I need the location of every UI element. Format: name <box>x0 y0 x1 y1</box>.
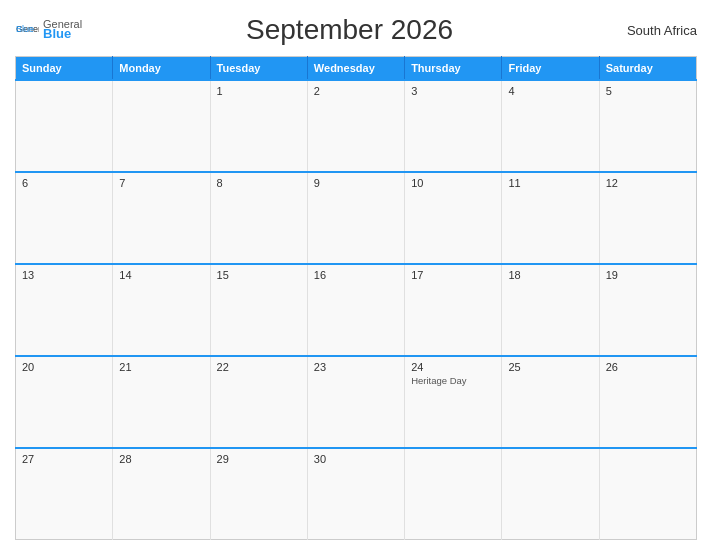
calendar-cell: 9 <box>307 172 404 264</box>
calendar-cell: 25 <box>502 356 599 448</box>
calendar-cell: 7 <box>113 172 210 264</box>
calendar-cell: 2 <box>307 80 404 172</box>
day-number: 30 <box>314 453 398 465</box>
day-number: 25 <box>508 361 592 373</box>
calendar-cell <box>502 448 599 540</box>
col-tuesday: Tuesday <box>210 57 307 81</box>
calendar-header-row: Sunday Monday Tuesday Wednesday Thursday… <box>16 57 697 81</box>
calendar-cell: 27 <box>16 448 113 540</box>
calendar-cell: 16 <box>307 264 404 356</box>
country-label: South Africa <box>617 23 697 38</box>
day-number: 19 <box>606 269 690 281</box>
day-number: 1 <box>217 85 301 97</box>
day-number: 23 <box>314 361 398 373</box>
calendar-cell: 29 <box>210 448 307 540</box>
col-wednesday: Wednesday <box>307 57 404 81</box>
calendar-cell: 14 <box>113 264 210 356</box>
calendar-cell: 15 <box>210 264 307 356</box>
day-number: 2 <box>314 85 398 97</box>
day-number: 7 <box>119 177 203 189</box>
calendar-cell: 18 <box>502 264 599 356</box>
day-number: 4 <box>508 85 592 97</box>
day-number: 11 <box>508 177 592 189</box>
calendar-cell: 4 <box>502 80 599 172</box>
day-number: 28 <box>119 453 203 465</box>
calendar-cell: 8 <box>210 172 307 264</box>
day-number: 21 <box>119 361 203 373</box>
day-number: 22 <box>217 361 301 373</box>
day-number: 9 <box>314 177 398 189</box>
calendar-cell: 28 <box>113 448 210 540</box>
calendar-cell: 12 <box>599 172 696 264</box>
day-number: 12 <box>606 177 690 189</box>
calendar-cell: 17 <box>405 264 502 356</box>
col-saturday: Saturday <box>599 57 696 81</box>
day-number: 18 <box>508 269 592 281</box>
day-number: 16 <box>314 269 398 281</box>
day-number: 13 <box>22 269 106 281</box>
calendar-title: September 2026 <box>82 14 617 46</box>
calendar-cell: 3 <box>405 80 502 172</box>
day-number: 24 <box>411 361 495 373</box>
calendar-cell: 22 <box>210 356 307 448</box>
logo-icon: General Blue <box>15 22 39 38</box>
calendar-cell: 11 <box>502 172 599 264</box>
calendar-cell <box>599 448 696 540</box>
day-number: 20 <box>22 361 106 373</box>
calendar-cell: 6 <box>16 172 113 264</box>
col-friday: Friday <box>502 57 599 81</box>
day-number: 27 <box>22 453 106 465</box>
calendar-week-row: 2021222324Heritage Day2526 <box>16 356 697 448</box>
col-monday: Monday <box>113 57 210 81</box>
calendar-cell: 5 <box>599 80 696 172</box>
calendar-cell <box>16 80 113 172</box>
day-number: 29 <box>217 453 301 465</box>
calendar-cell: 1 <box>210 80 307 172</box>
event-label: Heritage Day <box>411 375 495 386</box>
logo: General Blue General Blue <box>15 18 82 41</box>
day-number: 26 <box>606 361 690 373</box>
calendar-week-row: 27282930 <box>16 448 697 540</box>
calendar-week-row: 6789101112 <box>16 172 697 264</box>
calendar-cell: 20 <box>16 356 113 448</box>
day-number: 17 <box>411 269 495 281</box>
day-number: 10 <box>411 177 495 189</box>
calendar-cell: 23 <box>307 356 404 448</box>
calendar-cell: 24Heritage Day <box>405 356 502 448</box>
day-number: 6 <box>22 177 106 189</box>
col-thursday: Thursday <box>405 57 502 81</box>
calendar-header: General Blue General Blue September 2026… <box>15 10 697 50</box>
calendar-cell <box>113 80 210 172</box>
calendar-cell: 26 <box>599 356 696 448</box>
calendar-table: Sunday Monday Tuesday Wednesday Thursday… <box>15 56 697 540</box>
day-number: 3 <box>411 85 495 97</box>
day-number: 5 <box>606 85 690 97</box>
day-number: 15 <box>217 269 301 281</box>
calendar-cell: 10 <box>405 172 502 264</box>
calendar-cell: 13 <box>16 264 113 356</box>
calendar-week-row: 12345 <box>16 80 697 172</box>
day-number: 14 <box>119 269 203 281</box>
calendar-cell: 21 <box>113 356 210 448</box>
calendar-page: General Blue General Blue September 2026… <box>0 0 712 550</box>
calendar-cell: 19 <box>599 264 696 356</box>
svg-text:Blue: Blue <box>16 24 34 34</box>
calendar-cell <box>405 448 502 540</box>
calendar-cell: 30 <box>307 448 404 540</box>
calendar-week-row: 13141516171819 <box>16 264 697 356</box>
col-sunday: Sunday <box>16 57 113 81</box>
day-number: 8 <box>217 177 301 189</box>
